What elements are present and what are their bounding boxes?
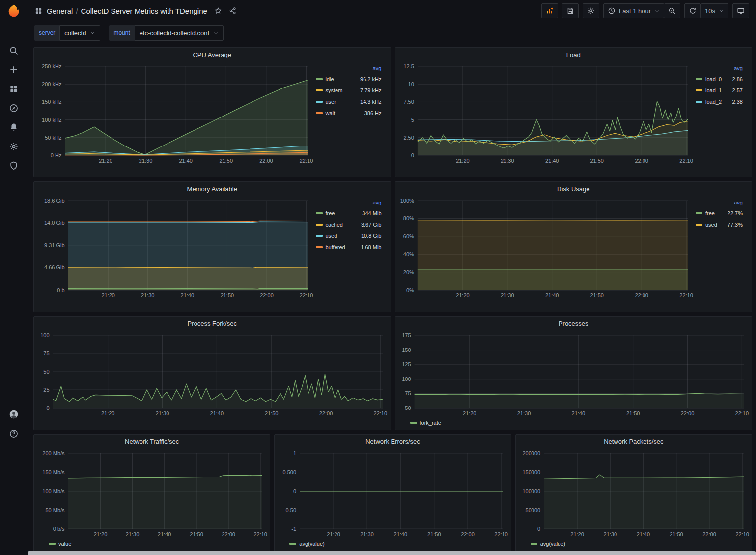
share-icon[interactable] — [229, 7, 237, 15]
chart-svg[interactable]: 05000010000015000020000021:2021:3021:402… — [518, 448, 750, 539]
configuration-gear-icon[interactable] — [4, 137, 24, 156]
legend-item[interactable]: buffered1.68 Mib — [316, 241, 382, 253]
series-name[interactable]: value — [58, 541, 71, 547]
panel-legend: avg free22.7%used77.3% — [694, 196, 750, 300]
series-name[interactable]: avg(value) — [299, 541, 324, 547]
memory-available-chart[interactable]: 0 b4.66 Gib9.31 Gib14.0 Gib18.6 Gib21:20… — [36, 196, 314, 300]
legend-avg-header[interactable]: avg — [316, 198, 382, 207]
svg-text:22:00: 22:00 — [259, 158, 273, 164]
panel-header[interactable]: Network Errors/sec — [275, 435, 510, 448]
chart-svg[interactable]: 0 b4.66 Gib9.31 Gib14.0 Gib18.6 Gib21:20… — [36, 196, 314, 300]
panel-header[interactable]: Network Packets/sec — [516, 435, 752, 448]
refresh-interval-select[interactable]: 10s — [701, 3, 728, 18]
chart-svg[interactable]: 0%20%40%60%80%100%21:2021:3021:4021:5022… — [397, 196, 694, 300]
svg-text:21:30: 21:30 — [126, 531, 140, 537]
chart-svg[interactable]: 0 b/s50 Mb/s100 Mb/s150 Mb/s200 Mb/s21:2… — [36, 448, 268, 539]
svg-text:21:20: 21:20 — [101, 292, 115, 298]
series-name[interactable]: load_0 — [705, 76, 722, 82]
panel-header[interactable]: CPU Average — [34, 48, 391, 61]
zoom-out-button[interactable] — [664, 3, 680, 18]
panel-header[interactable]: Process Fork/sec — [34, 317, 391, 330]
disk-usage-chart[interactable]: 0%20%40%60%80%100%21:2021:3021:4021:5022… — [397, 196, 694, 300]
network-packets-sec-chart[interactable]: 05000010000015000020000021:2021:3021:402… — [518, 448, 750, 539]
panel-header[interactable]: Memory Available — [34, 182, 391, 196]
chevron-down-icon — [654, 8, 660, 14]
legend-avg-header[interactable]: avg — [696, 63, 743, 73]
star-icon[interactable] — [214, 7, 222, 15]
legend-item[interactable]: load_22.38 — [696, 96, 743, 107]
alerting-bell-icon[interactable] — [4, 117, 24, 137]
svg-text:21:50: 21:50 — [427, 531, 441, 537]
series-name[interactable]: free — [326, 210, 335, 216]
series-name[interactable]: fork_rate — [420, 420, 441, 426]
series-name[interactable]: buffered — [326, 244, 345, 250]
horizontal-scrollbar[interactable] — [28, 551, 756, 555]
network-errors-sec-chart[interactable]: -1-0.5000.500121:2021:3021:4021:5022:002… — [277, 448, 508, 539]
legend-item[interactable]: avg(value) — [289, 538, 324, 550]
panel-header[interactable]: Load — [395, 48, 752, 61]
plus-icon[interactable] — [4, 60, 24, 79]
chart-svg[interactable]: 0 Hz50 kHz100 kHz150 kHz200 kHz250 kHz21… — [36, 61, 314, 165]
explore-compass-icon[interactable] — [4, 98, 24, 117]
mount-variable-select[interactable]: etc-collectd-collectd.conf — [135, 25, 224, 41]
processes-chart[interactable]: 507510012515017521:2021:3021:4021:5022:0… — [397, 330, 750, 418]
legend-item[interactable]: system7.79 kHz — [316, 85, 382, 96]
admin-shield-icon[interactable] — [4, 156, 24, 175]
legend-item[interactable]: wait386 Hz — [316, 107, 382, 118]
svg-text:0%: 0% — [406, 287, 414, 293]
user-avatar[interactable] — [4, 405, 24, 424]
kiosk-mode-button[interactable] — [732, 3, 749, 18]
legend-item[interactable]: fork_rate — [410, 417, 441, 429]
svg-text:200000: 200000 — [522, 450, 540, 456]
legend-item[interactable]: value — [49, 538, 71, 550]
legend-avg-header[interactable]: avg — [696, 198, 743, 207]
series-name[interactable]: user — [326, 99, 336, 105]
legend-item[interactable]: free344 Mib — [316, 207, 382, 219]
chart-svg[interactable]: 507510012515017521:2021:3021:4021:5022:0… — [397, 330, 750, 418]
series-name[interactable]: cached — [326, 222, 343, 228]
load-chart[interactable]: 02.5057.501012.521:2021:3021:4021:5022:0… — [397, 61, 694, 165]
cpu-average-chart[interactable]: 0 Hz50 kHz100 kHz150 kHz200 kHz250 kHz21… — [36, 61, 314, 165]
help-icon[interactable] — [4, 424, 24, 443]
search-icon[interactable] — [4, 41, 24, 60]
series-name[interactable]: idle — [326, 76, 334, 82]
legend-item[interactable]: load_12.57 — [696, 85, 743, 96]
dashboards-grid-icon[interactable] — [34, 7, 43, 15]
legend-item[interactable]: used77.3% — [696, 219, 743, 230]
series-name[interactable]: avg(value) — [540, 541, 565, 547]
legend-item[interactable]: user14.3 kHz — [316, 96, 382, 107]
time-range-picker[interactable]: Last 1 hour — [603, 3, 664, 18]
panel-header[interactable]: Processes — [395, 317, 752, 330]
server-variable-select[interactable]: collectd — [59, 25, 100, 41]
legend-avg-header[interactable]: avg — [316, 63, 382, 73]
chart-svg[interactable]: 025507510021:2021:3021:4021:5022:0022:10 — [36, 330, 389, 418]
series-name[interactable]: used — [705, 222, 717, 228]
series-name[interactable]: used — [326, 233, 337, 239]
series-name[interactable]: load_1 — [705, 88, 722, 93]
panel-header[interactable]: Network Traffic/sec — [34, 435, 270, 448]
refresh-button[interactable] — [684, 3, 701, 18]
legend-item[interactable]: avg(value) — [531, 538, 565, 550]
legend-item[interactable]: used10.8 Gib — [316, 230, 382, 241]
dashboards-icon[interactable] — [4, 79, 24, 98]
panel-header[interactable]: Disk Usage — [395, 182, 752, 196]
save-dashboard-button[interactable] — [562, 3, 579, 18]
legend-item[interactable]: cached3.67 Gib — [316, 219, 382, 230]
breadcrumb-section[interactable]: General — [47, 7, 73, 15]
legend-item[interactable]: free22.7% — [696, 207, 743, 219]
series-name[interactable]: free — [705, 210, 715, 216]
series-color-swatch — [696, 101, 702, 103]
svg-text:14.0 Gib: 14.0 Gib — [44, 220, 65, 226]
add-panel-button[interactable] — [541, 3, 558, 18]
legend-item[interactable]: idle96.2 kHz — [316, 73, 382, 85]
network-traffic-sec-chart[interactable]: 0 b/s50 Mb/s100 Mb/s150 Mb/s200 Mb/s21:2… — [36, 448, 268, 539]
series-name[interactable]: load_2 — [705, 99, 722, 105]
series-name[interactable]: wait — [326, 110, 336, 116]
legend-item[interactable]: load_02.86 — [696, 73, 743, 85]
grafana-logo[interactable] — [6, 3, 21, 18]
dashboard-settings-button[interactable] — [583, 3, 599, 18]
series-name[interactable]: system — [326, 88, 343, 93]
process-fork-sec-chart[interactable]: 025507510021:2021:3021:4021:5022:0022:10 — [36, 330, 389, 418]
chart-svg[interactable]: 02.5057.501012.521:2021:3021:4021:5022:0… — [397, 61, 694, 165]
chart-svg[interactable]: -1-0.5000.500121:2021:3021:4021:5022:002… — [277, 448, 508, 539]
